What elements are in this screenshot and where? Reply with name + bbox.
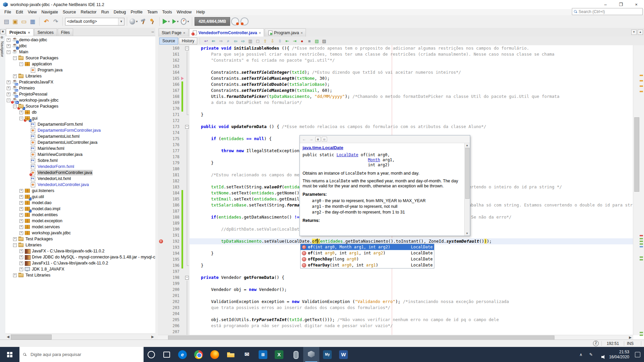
fold-collapse-icon[interactable]: − — [185, 47, 189, 50]
expander-icon[interactable]: + — [19, 219, 23, 223]
open-project-icon[interactable]: ▭ — [19, 17, 28, 26]
breakpoint-icon[interactable]: ● — [298, 38, 306, 44]
completion-item[interactable]: ofEpochDay(long arg0)LocalDate — [301, 256, 434, 262]
code-line[interactable]: 199 — [158, 281, 633, 287]
code-line[interactable]: 202 ValidationException exception = new … — [158, 299, 633, 305]
tree-item[interactable]: +db — [5, 109, 155, 115]
shift-left-icon[interactable]: ⇤ — [283, 38, 291, 44]
last-edit-icon[interactable]: ↩ — [202, 38, 210, 44]
stop-icon[interactable]: ■ — [306, 38, 313, 44]
build-project-button[interactable]: ▼ — [129, 17, 138, 26]
panel-tab-files[interactable]: Files — [58, 28, 73, 36]
expander-icon[interactable]: − — [19, 62, 23, 66]
code-line[interactable]: 170 — [158, 106, 633, 112]
save-all-icon[interactable]: ▦ — [28, 17, 37, 26]
tree-item[interactable]: VendedorForm.fxml — [5, 164, 155, 170]
editor-tab[interactable]: Program.java× — [265, 28, 306, 37]
tree-item[interactable]: +model.exception — [5, 218, 155, 224]
tree-item[interactable]: DepartamentoFormController.java — [5, 127, 155, 133]
code-line[interactable]: 207 — [158, 329, 633, 335]
tree-item[interactable]: +ProjetoPessoal — [5, 91, 155, 97]
tree-item[interactable]: −Libraries — [5, 242, 155, 248]
expander-icon[interactable]: + — [7, 93, 10, 96]
taskbar-app-excel[interactable]: X — [271, 347, 287, 362]
maximize-editor-icon[interactable]: ▲ — [638, 29, 643, 35]
tree-item[interactable]: −!gui — [5, 115, 155, 121]
taskbar-app-explorer[interactable] — [223, 347, 239, 362]
tree-item[interactable]: VendedorListController.java — [5, 182, 155, 188]
tree-item[interactable]: MainViewController.java — [5, 152, 155, 158]
source-view-button[interactable]: Source — [159, 38, 178, 45]
menu-edit[interactable]: Edit — [13, 9, 25, 15]
back-icon[interactable]: ⇐ — [210, 38, 217, 44]
clean-build-icon[interactable] — [148, 17, 157, 26]
close-icon[interactable]: × — [28, 31, 30, 35]
scroll-right-icon[interactable]: ▶ — [150, 335, 155, 339]
code-line[interactable]: 161 Para que seja possivel criar essas r… — [158, 51, 633, 57]
menu-navigate[interactable]: Navigate — [39, 9, 60, 15]
code-line[interactable]: 171 } — [158, 112, 633, 118]
tree-item[interactable]: Sobre.fxml — [5, 158, 155, 164]
quick-search-input[interactable]: Search (Ctrl+I) — [572, 8, 643, 15]
expander-icon[interactable]: − — [19, 117, 23, 120]
menu-file[interactable]: File — [2, 9, 13, 15]
tree-item[interactable]: +gui.util — [5, 194, 155, 200]
tree-item[interactable]: MainView.fxml — [5, 145, 155, 152]
profiler-button[interactable] — [240, 17, 249, 26]
cortana-button[interactable] — [144, 347, 159, 362]
menu-view[interactable]: View — [25, 9, 39, 15]
doc-scrollbar[interactable]: ▲ ▼ — [464, 143, 470, 236]
forward-icon[interactable]: ⇒ — [217, 38, 224, 44]
next-bookmark-icon[interactable]: ⇩ — [269, 38, 276, 44]
copy-doc-icon[interactable]: ▤ — [322, 137, 327, 141]
code-line[interactable]: 197 — [158, 268, 633, 275]
close-button[interactable]: × — [629, 0, 644, 9]
tree-item[interactable]: +Drive JDBC do MySQL - mysql-connector-j… — [5, 254, 155, 260]
tree-item[interactable]: +Libraries — [5, 73, 155, 79]
scroll-tabs-icon[interactable]: ▼ — [631, 29, 637, 35]
taskbar-app-mouse[interactable] — [287, 347, 303, 362]
prev-occurrence-icon[interactable]: ⇦ — [232, 38, 239, 44]
menu-run[interactable]: Run — [99, 9, 111, 15]
notifications-badge[interactable]: 2 — [593, 341, 599, 346]
editor-tab[interactable]: VendedorFormController.java× — [189, 28, 264, 37]
menu-source[interactable]: Source — [60, 9, 78, 15]
code-line[interactable]: 160− private void initializableNodes (){… — [158, 45, 633, 51]
scroll-up-icon[interactable]: ▲ — [465, 144, 469, 147]
menu-window[interactable]: Window — [174, 9, 194, 15]
tree-item[interactable]: DepartamentoList.fxml — [5, 133, 155, 139]
profile-project-button[interactable]: ▼ — [181, 17, 190, 26]
tree-item[interactable]: +Test Packages — [5, 236, 155, 242]
code-line[interactable]: 168 Utils.formatDatePicker(tpDataNascime… — [158, 94, 633, 100]
scrollbar-thumb[interactable] — [634, 117, 639, 192]
expander-icon[interactable]: + — [19, 261, 23, 265]
expander-icon[interactable]: + — [19, 189, 23, 193]
tree-item[interactable]: +model.services — [5, 224, 155, 230]
hidden-icons-button[interactable]: ∧ — [576, 352, 586, 357]
next-occurrence-icon[interactable]: ⇨ — [239, 38, 247, 44]
projects-scrollbar[interactable]: ◀ ▶ — [5, 334, 155, 340]
panel-tab-services[interactable]: Services — [34, 28, 57, 36]
taskbar-app-firefox[interactable] — [207, 347, 223, 362]
find-selection-icon[interactable]: ⌕ — [224, 38, 232, 44]
close-icon[interactable]: × — [301, 31, 303, 35]
taskbar-clock[interactable]: 21:53 16/04/2020 — [606, 350, 632, 360]
scroll-down-icon[interactable]: ▼ — [465, 232, 469, 235]
expander-icon[interactable]: + — [13, 237, 17, 241]
tree-item[interactable]: +jdbc — [5, 43, 155, 49]
code-line[interactable]: 163 — [158, 63, 633, 69]
maximize-button[interactable]: ❐ — [613, 0, 629, 9]
class-link[interactable]: java.time.LocalDate — [303, 145, 343, 150]
taskbar-app-mysql[interactable]: My — [319, 347, 335, 362]
expander-icon[interactable]: + — [19, 255, 23, 259]
undo-button[interactable]: ↶ — [42, 17, 51, 26]
gc-button[interactable] — [231, 17, 239, 26]
code-line[interactable]: 167 Constraints.setTextFieldMaxLength(tx… — [158, 87, 633, 94]
scrollbar-thumb[interactable] — [465, 148, 470, 199]
menu-refactor[interactable]: Refactor — [78, 9, 99, 15]
minimize-button[interactable]: – — [598, 0, 613, 9]
minimize-panel-button[interactable]: – — [152, 29, 154, 34]
new-file-icon[interactable]: ▤ — [2, 17, 11, 26]
menu-debug[interactable]: Debug — [111, 9, 128, 15]
open-in-browser-icon[interactable]: ▣ — [315, 137, 321, 141]
